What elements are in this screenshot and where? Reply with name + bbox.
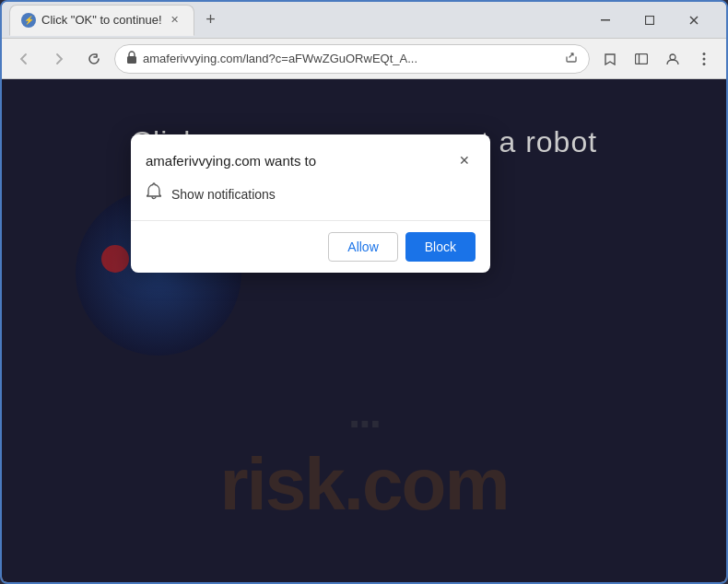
notification-label: Show notifications <box>171 187 276 202</box>
tab-bar: ⚡ Click "OK" to continue! ✕ + <box>9 5 581 36</box>
svg-rect-4 <box>127 56 136 64</box>
menu-button[interactable] <box>689 44 719 74</box>
lock-icon <box>126 51 137 66</box>
popup-header: amaferivvying.com wants to ✕ <box>131 134 490 179</box>
tab-title: Click "OK" to continue! <box>41 13 162 27</box>
nav-bar: amaferivvying.com/land?c=aFWwZGuORwEQt_A… <box>2 39 726 79</box>
allow-button[interactable]: Allow <box>328 232 397 262</box>
popup-body: Show notifications <box>131 179 490 220</box>
bell-icon <box>146 182 162 205</box>
address-bar[interactable]: amaferivvying.com/land?c=aFWwZGuORwEQt_A… <box>114 44 590 74</box>
svg-rect-0 <box>601 19 610 21</box>
svg-rect-1 <box>646 16 654 24</box>
popup-title: amaferivvying.com wants to <box>146 153 316 169</box>
bookmark-button[interactable] <box>595 44 625 74</box>
circle-dot-decoration <box>101 245 129 273</box>
browser-window: ⚡ Click "OK" to continue! ✕ + <box>0 0 728 584</box>
window-controls <box>584 6 719 35</box>
block-button[interactable]: Block <box>405 232 476 262</box>
svg-point-7 <box>670 54 675 60</box>
watermark: ... risk.com <box>2 367 726 527</box>
back-button[interactable] <box>9 44 39 74</box>
tab-close-button[interactable]: ✕ <box>168 13 182 28</box>
svg-rect-5 <box>636 53 648 64</box>
share-icon <box>565 51 578 66</box>
refresh-button[interactable] <box>79 44 109 74</box>
nav-icons <box>595 44 719 74</box>
svg-point-8 <box>703 53 706 55</box>
tab-favicon: ⚡ <box>21 13 36 28</box>
notification-popup: amaferivvying.com wants to ✕ Show notifi… <box>131 134 490 273</box>
minimize-button[interactable] <box>584 6 627 35</box>
svg-point-10 <box>703 63 706 65</box>
profile-button[interactable] <box>658 44 687 74</box>
address-text: amaferivvying.com/land?c=aFWwZGuORwEQt_A… <box>143 52 559 65</box>
page-content: Click re not a robot ... risk.com amafer… <box>2 79 726 582</box>
popup-actions: Allow Block <box>131 221 490 273</box>
forward-button[interactable] <box>44 44 74 74</box>
title-bar: ⚡ Click "OK" to continue! ✕ + <box>2 2 726 39</box>
svg-point-9 <box>703 57 706 60</box>
close-button[interactable] <box>673 6 715 35</box>
popup-close-button[interactable]: ✕ <box>453 149 476 171</box>
maximize-button[interactable] <box>628 6 671 35</box>
sidebar-button[interactable] <box>627 44 656 74</box>
active-tab[interactable]: ⚡ Click "OK" to continue! ✕ <box>9 5 194 36</box>
new-tab-button[interactable]: + <box>198 7 224 33</box>
